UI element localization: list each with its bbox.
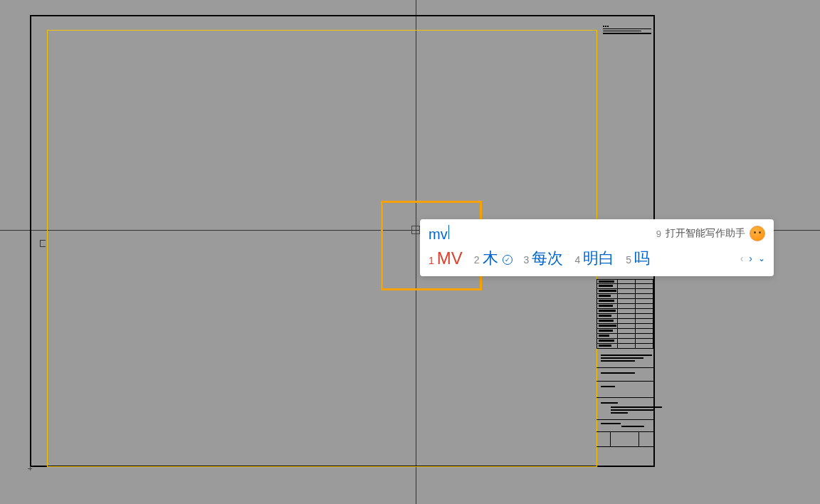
origin-marker [28,466,32,471]
ime-next-page-icon[interactable]: › [749,253,752,264]
candidate-number: 1 [429,255,434,266]
crosshair-pickbox [411,226,420,234]
candidate-number: 5 [626,254,631,266]
candidate-text: 每次 [532,248,563,269]
ime-panel[interactable]: mv 9 打开智能写作助手 1 MV 2 木 ✓ 3 每次 4 明白 5 吗 [420,219,774,276]
ime-assistant-hint[interactable]: 9 打开智能写作助手 [656,226,765,241]
titleblock-bottom [596,279,653,464]
ime-expand-icon[interactable]: ⌄ [758,253,765,263]
ime-prev-page-icon[interactable]: ‹ [740,253,744,264]
ime-candidates-row: 1 MV 2 木 ✓ 3 每次 4 明白 5 吗 ‹ › ⌄ [420,243,774,276]
ime-candidate-1[interactable]: 1 MV [429,248,463,268]
candidate-number: 4 [574,254,580,266]
ime-hint-label: 打开智能写作助手 [666,227,745,240]
side-tick-mark [40,240,46,247]
candidate-cloud-badge-icon: ✓ [503,255,512,265]
ime-candidate-5[interactable]: 5 吗 [626,248,650,269]
ime-input-row: mv 9 打开智能写作助手 [420,219,774,243]
assistant-icon [750,226,765,241]
ime-text-cursor [448,225,449,239]
candidate-text: 吗 [634,248,650,269]
candidate-number: 2 [474,254,480,266]
ime-hint-number: 9 [656,229,661,239]
ime-composition-text: mv [429,226,448,243]
ime-candidate-2[interactable]: 2 木 ✓ [474,248,512,269]
ime-candidate-4[interactable]: 4 明白 [574,248,614,269]
candidate-number: 3 [524,254,530,266]
titleblock-top [603,26,651,40]
ime-candidate-3[interactable]: 3 每次 [524,248,564,269]
candidate-text: 木 [483,248,498,269]
candidate-text: 明白 [583,248,614,269]
candidate-text: MV [437,248,463,268]
ime-navigation: ‹ › ⌄ [740,253,765,264]
